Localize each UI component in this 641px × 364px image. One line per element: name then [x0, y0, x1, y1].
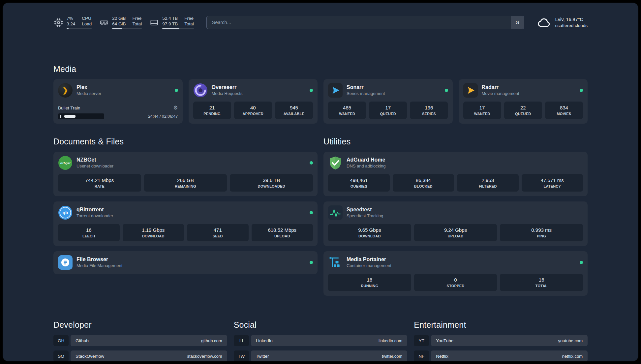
adguard-icon: [328, 156, 343, 170]
app-name: NZBGet: [76, 157, 113, 163]
system-resources: 7% 3.24 CPU Load: [53, 15, 194, 29]
stat-remaining: 266 GB REMAINING: [144, 174, 227, 192]
section-title-documents: Documents & Files: [53, 137, 318, 146]
stat-download: 1.19 Gbps DOWNLOAD: [123, 224, 184, 241]
app-card-qbittorrent[interactable]: qb qBittorrent Torrent downloader: [53, 201, 318, 246]
stat-queued: 17 QUEUED: [369, 102, 407, 119]
speedtest-icon: [328, 205, 343, 220]
overseerr-icon: [193, 83, 208, 98]
cloud-icon: [537, 15, 551, 30]
section-utilities: Utilities: [323, 137, 588, 296]
bookmark-url: linkedin.com: [379, 338, 402, 343]
bookmark-netflix[interactable]: NF Netflix netflix.com: [414, 350, 588, 361]
disk-free-label: Free: [184, 15, 194, 21]
bookmark-abbr: LI: [234, 335, 249, 346]
pause-icon[interactable]: [60, 115, 62, 118]
bookmark-abbr: TW: [234, 350, 249, 361]
cpu-label: CPU: [82, 15, 92, 21]
search-input[interactable]: [206, 16, 524, 29]
plex-icon: ❯: [58, 83, 73, 98]
bookmark-name: LinkedIn: [256, 338, 273, 343]
stat-leech: 16 LEECH: [58, 224, 120, 241]
app-subtitle: Series management: [347, 91, 385, 97]
app-name: AdGuard Home: [347, 157, 386, 163]
bookmark-linkedin[interactable]: LI LinkedIn linkedin.com: [234, 335, 408, 346]
stat-upload: 618.52 Mbps UPLOAD: [252, 224, 313, 241]
disk-icon: [149, 17, 159, 27]
app-subtitle: Container management: [347, 263, 391, 269]
stat-downloaded: 39.6 TB DOWNLOADED: [230, 174, 313, 192]
status-dot-online: [310, 261, 313, 264]
stat-total: 16 TOTAL: [500, 274, 583, 291]
stat-filtered: 2,953 FILTERED: [457, 174, 519, 192]
app-card-plex[interactable]: ❯ Plex Media server Bullet Train ⚙: [53, 79, 183, 124]
status-dot-online: [310, 211, 313, 214]
memory-progress-fill: [112, 28, 122, 29]
filebrowser-icon: [58, 255, 73, 270]
search-provider-button[interactable]: G: [511, 16, 524, 29]
app-card-speedtest[interactable]: Speedtest Speedtest Tracking 9.65 Gbps D…: [323, 201, 588, 246]
stat-latency: 47.571 ms LATENCY: [522, 174, 583, 192]
disk-total-label: Total: [184, 21, 194, 27]
topbar-divider: [53, 37, 588, 37]
status-dot-online: [445, 89, 448, 92]
app-name: Radarr: [482, 84, 519, 91]
stat-seed: 471 SEED: [187, 224, 249, 241]
stat-stopped: 0 STOPPED: [414, 274, 497, 291]
bookmark-name: YouTube: [436, 338, 453, 343]
app-card-adguard[interactable]: AdGuard Home DNS and adblocking 498,461 …: [323, 152, 588, 196]
player-progress: [58, 113, 104, 119]
nzbget-icon: nzbget: [58, 156, 73, 170]
svg-text:qb: qb: [62, 210, 68, 215]
svg-text:nzbget: nzbget: [60, 161, 71, 165]
app-card-portainer[interactable]: Media Portainer Container management 16 …: [323, 251, 588, 296]
stat-running: 16 RUNNING: [328, 274, 411, 291]
app-subtitle: Usenet downloader: [76, 163, 113, 169]
stat-wanted: 17 WANTED: [463, 102, 501, 119]
section-title-entertainment: Entertainment: [414, 320, 588, 330]
app-name: Plex: [76, 84, 101, 91]
bookmark-youtube[interactable]: YT YouTube youtube.com: [414, 335, 588, 346]
player-seek-track[interactable]: [64, 115, 102, 118]
app-card-radarr[interactable]: Radarr Movie management 17 WANTED 22 QUE…: [459, 79, 588, 124]
weather-condition: scattered clouds: [555, 23, 588, 29]
app-card-nzbget[interactable]: nzbget NZBGet Usenet downloader 74: [53, 152, 318, 196]
status-dot-online: [175, 89, 178, 92]
app-card-sonarr[interactable]: Sonarr Series management 485 WANTED 17 Q…: [323, 79, 453, 124]
topbar: 7% 3.24 CPU Load: [53, 3, 588, 30]
dashboard-window: 7% 3.24 CPU Load: [3, 3, 638, 361]
cpu-progress-bar: [67, 28, 92, 29]
weather-widget: Lviv, 16.87°C scattered clouds: [537, 15, 588, 30]
memory-widget: 22 GiB 64 GiB Free Total: [99, 15, 142, 29]
disk-progress-fill: [162, 28, 179, 29]
gear-icon[interactable]: ⚙: [173, 105, 178, 110]
stat-series: 196 SERIES: [410, 102, 448, 119]
bookmark-name: Twitter: [256, 354, 269, 359]
qbittorrent-icon: qb: [58, 205, 73, 220]
bookmark-stackoverflow[interactable]: SO StackOverflow stackoverflow.com: [53, 350, 227, 361]
app-card-overseerr[interactable]: Overseerr Media Requests 21 PENDING 40 A…: [189, 79, 318, 124]
bookmark-url: youtube.com: [558, 338, 583, 343]
status-dot-online: [310, 161, 313, 165]
bookmark-twitter[interactable]: TW Twitter twitter.com: [234, 350, 408, 361]
app-card-filebrowser[interactable]: File Browser Media File Management: [53, 251, 318, 274]
section-media: Media ❯ Plex Media server: [53, 64, 588, 124]
app-name: Speedtest: [347, 206, 383, 213]
memory-icon: [99, 17, 109, 27]
bookmark-url: twitter.com: [382, 354, 402, 359]
stat-blocked: 86,384 BLOCKED: [393, 174, 454, 192]
app-subtitle: Torrent downloader: [76, 213, 113, 219]
app-name: Sonarr: [347, 84, 385, 91]
memory-free-value: 22 GiB: [112, 15, 126, 21]
app-subtitle: Speedtest Tracking: [347, 213, 383, 219]
bookmark-name: StackOverflow: [76, 354, 104, 359]
now-playing-title: Bullet Train: [58, 106, 80, 110]
status-dot-online: [310, 89, 313, 92]
cpu-icon: [53, 17, 63, 27]
bookmark-url: netflix.com: [562, 354, 583, 359]
bookmark-github[interactable]: GH Github github.com: [53, 335, 227, 346]
stat-rate: 744.21 Mbps RATE: [58, 174, 141, 192]
app-subtitle: Media File Management: [76, 263, 122, 269]
stat-movies: 834 MOVIES: [545, 102, 583, 119]
section-title-utilities: Utilities: [323, 137, 588, 146]
